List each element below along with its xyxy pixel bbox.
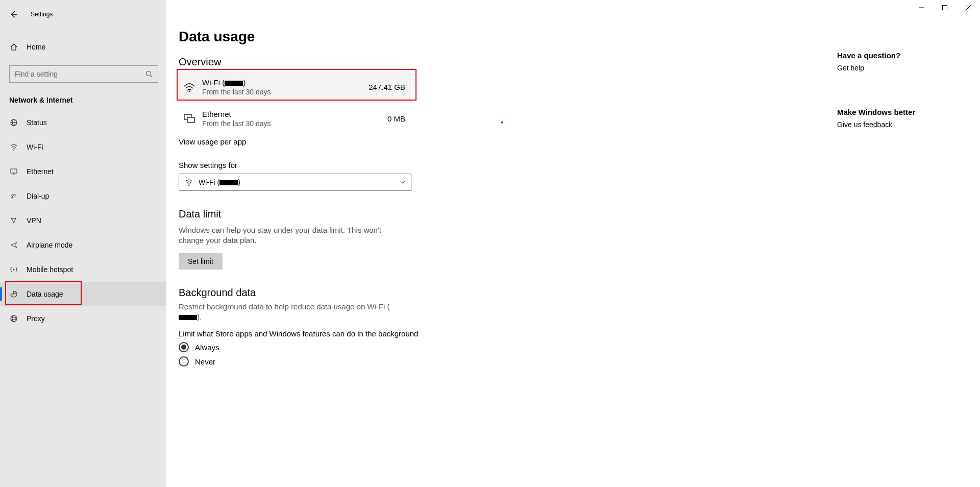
svg-point-4 xyxy=(146,71,151,76)
svg-point-17 xyxy=(13,269,15,271)
network-select-value: Wi-Fi () xyxy=(199,178,240,186)
show-settings-label: Show settings for xyxy=(179,161,638,169)
sidebar-item-datausage[interactable]: Data usage xyxy=(0,282,166,306)
svg-point-13 xyxy=(12,197,13,199)
minimize-button[interactable] xyxy=(910,0,933,15)
sidebar-item-status[interactable]: Status xyxy=(0,110,166,135)
home-icon xyxy=(9,43,18,51)
bg-option-always[interactable]: Always xyxy=(179,342,638,352)
redacted-text xyxy=(219,180,238,185)
annotation-dot xyxy=(501,121,503,124)
sidebar-item-label: Airplane mode xyxy=(27,241,72,249)
sidebar-item-airplane[interactable]: Airplane mode xyxy=(0,233,166,257)
wifi-icon xyxy=(182,80,197,93)
redacted-text xyxy=(225,81,243,86)
sidebar: Settings Home Find a setting Network & I… xyxy=(0,0,166,487)
search-input[interactable]: Find a setting xyxy=(9,65,158,83)
get-help-link[interactable]: Get help xyxy=(837,64,949,72)
back-button[interactable] xyxy=(9,10,19,19)
data-limit-heading: Data limit xyxy=(179,208,638,220)
have-question-heading: Have a question? xyxy=(837,51,949,60)
wifi-icon xyxy=(9,143,18,151)
svg-point-9 xyxy=(13,150,14,151)
network-select[interactable]: Wi-Fi () xyxy=(179,174,411,191)
sidebar-item-proxy[interactable]: Proxy xyxy=(0,306,166,331)
radio-label: Always xyxy=(195,343,219,352)
vpn-icon xyxy=(9,216,18,225)
page-title: Data usage xyxy=(179,29,638,45)
redacted-text xyxy=(179,315,197,320)
svg-point-18 xyxy=(11,315,17,322)
sidebar-item-vpn[interactable]: VPN xyxy=(0,208,166,233)
overview-eth-sub: From the last 30 days xyxy=(202,119,349,128)
overview-eth-value: 0 MB xyxy=(349,114,405,123)
radio-icon xyxy=(179,342,189,352)
overview-eth-name: Ethernet xyxy=(202,110,349,118)
bg-option-never[interactable]: Never xyxy=(179,356,638,367)
ethernet-icon xyxy=(182,112,197,125)
window-controls xyxy=(910,0,980,15)
sidebar-item-label: Data usage xyxy=(27,290,63,298)
datausage-icon xyxy=(9,290,18,298)
sidebar-item-label: Ethernet xyxy=(27,167,54,176)
wifi-icon xyxy=(184,178,193,186)
sidebar-item-label: VPN xyxy=(27,216,41,225)
ethernet-icon xyxy=(9,167,18,176)
sidebar-item-label: Mobile hotspot xyxy=(27,265,73,274)
svg-rect-10 xyxy=(11,169,17,173)
svg-rect-1 xyxy=(943,6,947,10)
feedback-link[interactable]: Give us feedback xyxy=(837,120,949,129)
chevron-down-icon xyxy=(400,179,406,185)
status-icon xyxy=(9,118,18,127)
right-panel: Have a question? Get help Make Windows b… xyxy=(837,51,949,144)
make-better-heading: Make Windows better xyxy=(837,108,949,116)
dialup-icon xyxy=(9,192,18,200)
sidebar-item-dialup[interactable]: Dial-up xyxy=(0,184,166,208)
proxy-icon xyxy=(9,314,18,323)
search-icon xyxy=(145,70,153,78)
search-placeholder: Find a setting xyxy=(15,70,58,78)
radio-icon xyxy=(179,356,189,367)
sidebar-home-label: Home xyxy=(27,43,45,51)
svg-point-25 xyxy=(188,185,189,186)
view-usage-per-app-link[interactable]: View usage per app xyxy=(179,137,246,146)
sidebar-home[interactable]: Home xyxy=(0,37,166,57)
airplane-icon xyxy=(9,241,18,249)
sidebar-item-ethernet[interactable]: Ethernet xyxy=(0,159,166,184)
overview-wifi-value: 247.41 GB xyxy=(349,83,405,91)
app-title: Settings xyxy=(31,11,53,18)
overview-heading: Overview xyxy=(179,56,638,68)
hotspot-icon xyxy=(9,265,18,274)
close-button[interactable] xyxy=(957,0,980,15)
sidebar-item-label: Wi-Fi xyxy=(27,143,43,151)
sidebar-category: Network & Internet xyxy=(9,96,166,104)
sidebar-item-label: Status xyxy=(27,118,47,127)
background-desc: Restrict background data to help reduce … xyxy=(179,302,398,323)
set-limit-button[interactable]: Set limit xyxy=(179,253,223,270)
overview-wifi-row[interactable]: Wi-Fi () From the last 30 days 247.41 GB xyxy=(179,71,411,103)
svg-rect-24 xyxy=(187,117,194,123)
overview-wifi-sub: From the last 30 days xyxy=(202,88,349,96)
sidebar-item-hotspot[interactable]: Mobile hotspot xyxy=(0,257,166,282)
svg-line-5 xyxy=(151,76,153,78)
overview-ethernet-row[interactable]: Ethernet From the last 30 days 0 MB xyxy=(179,103,411,134)
sidebar-item-wifi[interactable]: Wi-Fi xyxy=(0,135,166,159)
data-limit-desc: Windows can help you stay under your dat… xyxy=(179,225,398,246)
sidebar-item-label: Dial-up xyxy=(27,192,49,200)
main-content: Data usage Overview Wi-Fi () From the la… xyxy=(179,20,638,367)
maximize-button[interactable] xyxy=(933,0,957,15)
radio-label: Never xyxy=(195,357,215,366)
sidebar-item-label: Proxy xyxy=(27,314,45,323)
svg-point-22 xyxy=(189,91,190,92)
background-data-heading: Background data xyxy=(179,287,638,299)
overview-wifi-name: Wi-Fi () xyxy=(202,78,349,87)
bg-limit-label: Limit what Store apps and Windows featur… xyxy=(179,329,638,338)
svg-point-21 xyxy=(12,315,15,322)
